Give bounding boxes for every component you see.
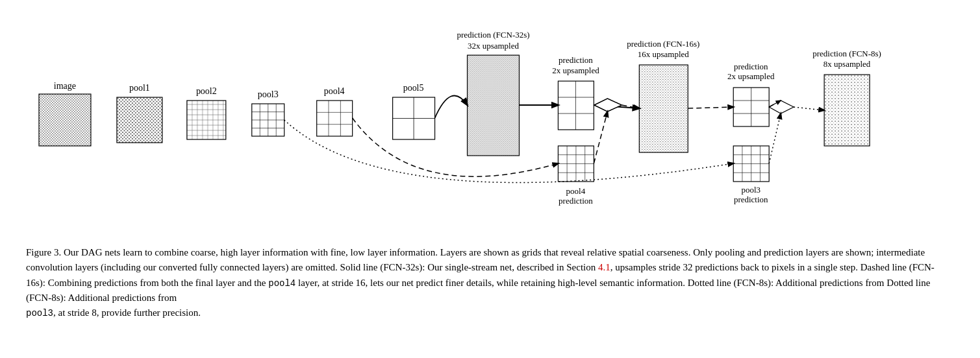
- svg-text:prediction (FCN-8s): prediction (FCN-8s): [812, 49, 881, 58]
- upsample2x-2-box: 2x upsampled prediction: [727, 62, 775, 126]
- pool1-label: pool1: [129, 83, 150, 93]
- svg-rect-66: [824, 75, 870, 146]
- pool3-pred-box: pool3 prediction: [733, 146, 769, 204]
- caption-text-4: , at stride 8, provide further precision…: [53, 307, 201, 318]
- merge-symbol-2: [769, 101, 794, 113]
- fcn8-box: 8x upsampled prediction (FCN-8s): [812, 49, 881, 146]
- upsample2x-1-box: 2x upsampled prediction: [552, 55, 599, 130]
- merge-symbol-1: [594, 99, 622, 112]
- fcn32-box: 32x upsampled prediction (FCN-32s): [457, 30, 529, 156]
- svg-text:prediction: prediction: [734, 62, 768, 71]
- pool2-label: pool2: [196, 86, 217, 96]
- diagram-area: image pool1 pool2 pool3: [26, 13, 954, 233]
- pool3-mono: pool3: [26, 308, 53, 318]
- figure-label: Figure 3.: [26, 247, 61, 257]
- architecture-diagram: image pool1 pool2 pool3: [26, 13, 954, 233]
- svg-text:prediction (FCN-16s): prediction (FCN-16s): [627, 39, 699, 49]
- pool5-label: pool5: [403, 83, 424, 93]
- dashed-arrow-pool4pred-merge: [594, 112, 607, 163]
- pool3-label: pool3: [258, 90, 279, 99]
- pool1-layer: pool1: [117, 83, 162, 143]
- dotted-arrow-pool3pred-merge: [769, 113, 781, 163]
- dashed-arrow-fcn16-up2: [688, 107, 733, 108]
- svg-rect-19: [117, 97, 162, 143]
- pool4-pred-box: pool4 prediction: [558, 146, 594, 206]
- pool4-pred-label: pool4: [566, 186, 586, 196]
- fcn16-label: 16x upsampled: [638, 49, 689, 59]
- pool3-layer: pool3: [252, 90, 284, 136]
- pool4-layer: pool4: [317, 86, 353, 136]
- dashed-arrow-pool4: [353, 118, 559, 176]
- dotted-arrow-merge2-fcn8: [794, 107, 824, 110]
- svg-rect-28: [317, 101, 353, 136]
- svg-text:prediction: prediction: [559, 196, 593, 206]
- caption-text-3: layer, at stride 16, lets our net predic…: [295, 278, 886, 288]
- svg-text:prediction: prediction: [734, 195, 768, 204]
- figure-caption: Figure 3. Our DAG nets learn to combine …: [26, 245, 948, 321]
- svg-rect-36: [468, 55, 520, 156]
- svg-rect-38: [558, 81, 594, 130]
- svg-text:prediction (FCN-32s): prediction (FCN-32s): [457, 30, 529, 40]
- section-ref: 4.1: [598, 262, 610, 272]
- upsample2x-1-label: 2x upsampled: [552, 66, 599, 75]
- fcn8-label: 8x upsampled: [823, 59, 871, 69]
- pool4-mono: pool4: [268, 278, 295, 289]
- pool2-layer: pool2: [187, 86, 226, 139]
- fcn16-box: 16x upsampled prediction (FCN-16s): [627, 39, 699, 152]
- pool5-layer: pool5: [393, 83, 435, 139]
- pool3-pred-label: pool3: [741, 185, 760, 195]
- image-layer: image: [39, 81, 91, 146]
- svg-rect-20: [187, 101, 226, 139]
- svg-rect-18: [39, 94, 91, 146]
- svg-text:prediction: prediction: [559, 55, 593, 65]
- fcn32-label: 32x upsampled: [468, 41, 519, 51]
- svg-rect-51: [639, 65, 688, 152]
- upsample2x-2-label: 2x upsampled: [727, 71, 775, 81]
- image-label: image: [54, 81, 76, 91]
- pool4-label: pool4: [324, 86, 345, 96]
- solid-arrow-pool5-fcn32: [435, 95, 468, 118]
